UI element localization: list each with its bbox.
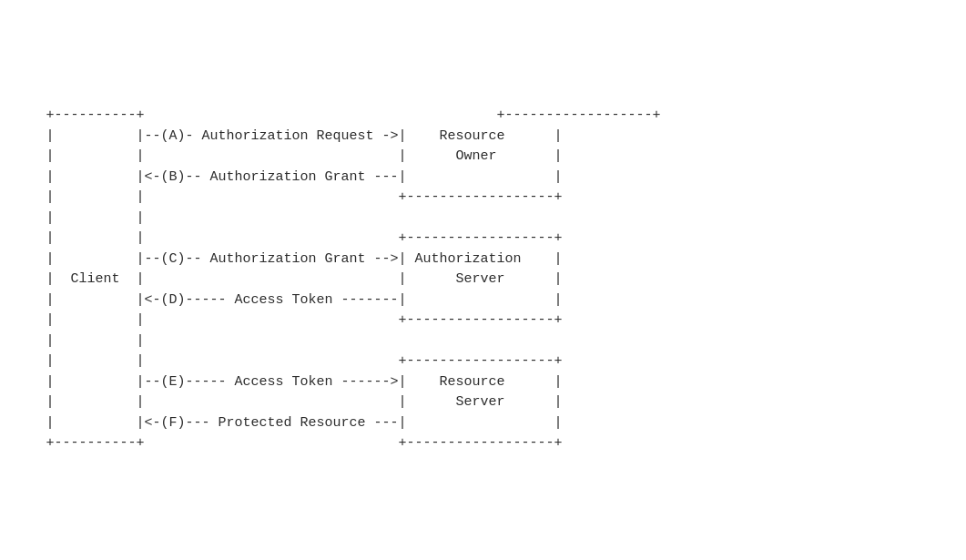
- oauth-flow-diagram: +----------+ +------------------+ | |--(…: [46, 106, 920, 454]
- diagram-container: +----------+ +------------------+ | |--(…: [19, 87, 948, 473]
